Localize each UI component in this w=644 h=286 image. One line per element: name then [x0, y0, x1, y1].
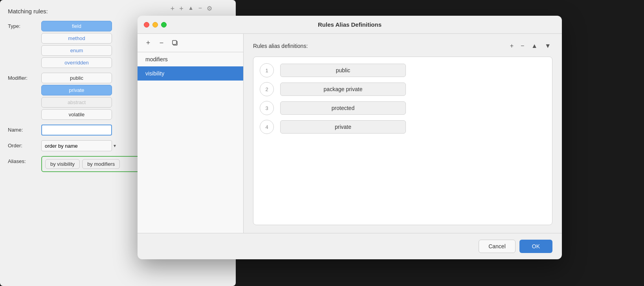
modifier-public-btn[interactable]: public: [41, 73, 112, 83]
type-method-btn[interactable]: method: [41, 33, 112, 44]
content-toolbar: + − ▲ ▼: [508, 42, 552, 50]
table-row: 2 package private: [260, 82, 546, 96]
copy-icon: [172, 40, 178, 46]
close-button[interactable]: [144, 22, 149, 28]
window-controls: [144, 22, 167, 28]
modifier-private-btn[interactable]: private: [41, 85, 112, 95]
content-up-btn[interactable]: ▲: [530, 42, 539, 50]
add-icon[interactable]: +: [171, 5, 175, 13]
type-enum-btn[interactable]: enum: [41, 45, 112, 56]
sidebar-toolbar: + −: [138, 34, 243, 52]
def-label-private[interactable]: private: [280, 120, 406, 134]
content-remove-btn[interactable]: −: [519, 42, 526, 50]
def-number-4: 4: [260, 120, 274, 134]
aliases-box: by visibility by modifiers: [41, 156, 151, 172]
def-label-protected[interactable]: protected: [280, 101, 406, 115]
modal-footer: Cancel OK: [138, 233, 562, 259]
modal-title: Rules Alias Definitions: [318, 21, 382, 28]
name-input[interactable]: [41, 125, 112, 136]
sidebar-item-visibility[interactable]: visibility: [138, 66, 243, 81]
definitions-list: 1 public 2 package private 3 protected 4…: [253, 57, 552, 225]
gear-icon[interactable]: ⚙: [207, 5, 212, 13]
modal-content: Rules alias definitions: + − ▲ ▼ 1 publi…: [244, 34, 562, 233]
def-number-2: 2: [260, 82, 274, 96]
order-select[interactable]: order by name: [41, 140, 112, 151]
table-row: 4 private: [260, 120, 546, 134]
content-add-btn[interactable]: +: [508, 42, 515, 50]
cancel-button[interactable]: Cancel: [479, 240, 516, 253]
content-down-btn[interactable]: ▼: [543, 42, 552, 50]
content-title: Rules alias definitions:: [253, 43, 308, 49]
modifier-volatile-btn[interactable]: volatile: [41, 109, 112, 120]
def-label-public[interactable]: public: [280, 64, 406, 77]
sidebar-add-btn[interactable]: +: [143, 38, 153, 48]
modifier-abstract-btn[interactable]: abstract: [41, 97, 112, 108]
table-row: 3 protected: [260, 101, 546, 115]
type-overridden-btn[interactable]: overridden: [41, 57, 112, 68]
chevron-down-icon: ▾: [114, 143, 116, 148]
add-icon2[interactable]: +: [179, 5, 183, 13]
modal-body: + − modifiers visibility Rules alias def…: [138, 34, 562, 233]
alias-by-modifiers-btn[interactable]: by modifiers: [82, 159, 120, 169]
type-field-btn[interactable]: field: [41, 21, 112, 31]
sidebar-item-modifiers[interactable]: modifiers: [138, 52, 243, 66]
sidebar-remove-btn[interactable]: −: [156, 38, 167, 48]
alias-by-visibility-btn[interactable]: by visibility: [45, 159, 80, 169]
modal-titlebar: Rules Alias Definitions: [138, 16, 562, 34]
up-icon[interactable]: ▲: [188, 5, 194, 13]
rules-alias-modal: Rules Alias Definitions + − modifiers vi…: [138, 16, 562, 259]
modal-sidebar: + − modifiers visibility: [138, 34, 244, 233]
modifier-label: Modifier:: [8, 73, 41, 81]
aliases-label: Aliases:: [8, 156, 41, 164]
maximize-button[interactable]: [161, 22, 167, 28]
order-select-wrapper: order by name ▾: [41, 140, 116, 151]
def-number-3: 3: [260, 101, 274, 115]
top-toolbar: + + ▲ − ⚙: [171, 5, 212, 13]
minus-icon[interactable]: −: [198, 5, 202, 13]
def-label-package-private[interactable]: package private: [280, 82, 406, 96]
svg-rect-1: [172, 40, 176, 44]
sidebar-items-list: modifiers visibility: [138, 52, 243, 233]
sidebar-copy-btn[interactable]: [170, 38, 180, 48]
ok-button[interactable]: OK: [519, 240, 552, 253]
type-buttons: field method enum overridden: [41, 21, 112, 68]
order-label: Order:: [8, 140, 41, 148]
table-row: 1 public: [260, 63, 546, 77]
def-number-1: 1: [260, 63, 274, 77]
name-label: Name:: [8, 125, 41, 133]
minimize-button[interactable]: [152, 22, 158, 28]
type-label: Type:: [8, 21, 41, 29]
modifier-buttons: public private abstract volatile: [41, 73, 112, 120]
content-header: Rules alias definitions: + − ▲ ▼: [253, 42, 552, 50]
